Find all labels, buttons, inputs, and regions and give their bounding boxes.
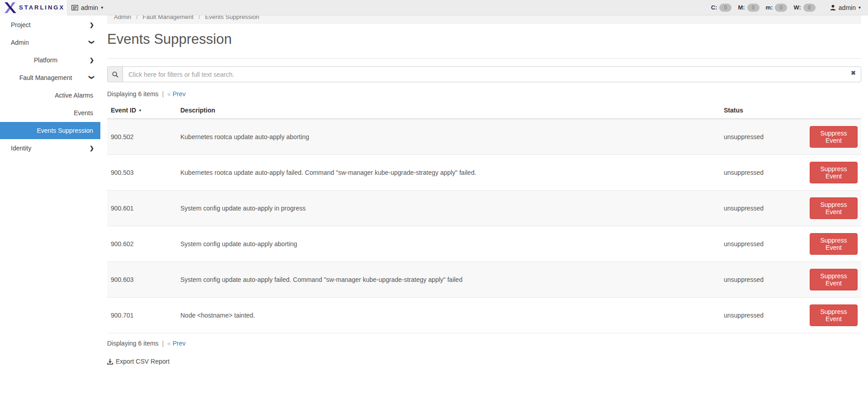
column-label: Event ID	[111, 107, 136, 114]
sidebar-item-label: Identity	[11, 145, 31, 152]
alarm-label: m:	[766, 4, 773, 11]
sidebar-item-events[interactable]: Events	[0, 104, 100, 122]
items-count: Displaying 6 items	[107, 340, 159, 347]
chevron-right-icon: ❯	[90, 57, 94, 63]
sidebar-item-project[interactable]: Project ❯	[0, 16, 100, 33]
sidebar-item-label: Active Alarms	[55, 92, 93, 99]
column-label: Description	[180, 107, 215, 114]
prev-page-link[interactable]: « Prev	[167, 90, 185, 98]
sidebar-item-label: Events Suppression	[37, 127, 93, 134]
domain-switcher[interactable]: admin ▾	[71, 4, 103, 11]
status-cell: unsuppressed	[720, 119, 806, 155]
suppress-event-button[interactable]: Suppress Event	[810, 162, 858, 183]
download-icon	[107, 359, 113, 365]
event-id-cell: 900.601	[107, 191, 177, 226]
column-header-description[interactable]: Description	[177, 102, 720, 119]
column-header-actions	[806, 102, 861, 119]
sidebar-item-events-suppression[interactable]: Events Suppression	[0, 122, 100, 139]
column-header-event-id[interactable]: Event ID▲	[107, 102, 177, 119]
suppress-event-button[interactable]: Suppress Event	[810, 197, 858, 219]
sidebar-item-fault-management[interactable]: Fault Management ❯	[0, 69, 100, 86]
table-header-row: Event ID▲ Description Status	[107, 102, 861, 119]
alarm-count-major: M: 0	[738, 4, 759, 12]
table-row: 900.603 System config update auto-apply …	[107, 262, 861, 298]
pagination-bottom: Displaying 6 items | « Prev	[107, 340, 861, 347]
alarm-count-minor: m: 0	[766, 4, 788, 12]
suppress-event-button[interactable]: Suppress Event	[810, 233, 858, 255]
search-button[interactable]	[107, 66, 123, 82]
description-cell: System config update auto-apply aborting	[177, 226, 720, 262]
sidebar-item-identity[interactable]: Identity ❯	[0, 140, 100, 157]
prev-page-link[interactable]: « Prev	[167, 340, 185, 347]
table-row: 900.701 Node <hostname> tainted. unsuppr…	[107, 298, 861, 333]
chevron-down-icon: ▾	[859, 5, 861, 10]
sort-asc-icon: ▲	[138, 108, 142, 112]
starlingx-logo-icon	[5, 2, 16, 13]
alarm-count-warning: W: 0	[793, 4, 815, 12]
description-cell: Kubernetes rootca update auto-apply fail…	[177, 155, 720, 191]
search-icon	[112, 71, 118, 78]
prev-arrow: «	[167, 90, 171, 98]
sidebar-item-label: Fault Management	[19, 74, 72, 81]
search-input[interactable]	[123, 66, 861, 82]
alarm-badge: 0	[775, 4, 787, 12]
sidebar-item-label: Events	[74, 109, 93, 117]
brand-name: STARLINGX	[19, 4, 65, 11]
description-cell: Node <hostname> tainted.	[177, 298, 720, 333]
status-cell: unsuppressed	[720, 298, 806, 333]
suppress-event-button[interactable]: Suppress Event	[810, 304, 858, 326]
alarm-label: C:	[711, 4, 717, 11]
sidebar-item-label: Platform	[34, 56, 57, 64]
pagination-separator: |	[162, 340, 164, 347]
main-content: Admin / Fault Management / Events Suppre…	[100, 0, 868, 366]
title-divider	[107, 58, 861, 59]
column-header-status[interactable]: Status	[720, 102, 806, 119]
domain-icon	[71, 5, 78, 10]
prev-label: Prev	[173, 90, 186, 98]
alarm-label: W:	[793, 4, 801, 11]
sidebar-item-platform[interactable]: Platform ❯	[0, 51, 100, 69]
status-cell: unsuppressed	[720, 155, 806, 191]
user-menu[interactable]: admin ▾	[830, 4, 861, 11]
alarm-count-critical: C: 0	[711, 4, 732, 12]
suppress-event-button[interactable]: Suppress Event	[810, 269, 858, 290]
sidebar-item-admin[interactable]: Admin ❯	[0, 34, 100, 51]
chevron-right-icon: ❯	[90, 145, 94, 151]
status-cell: unsuppressed	[720, 191, 806, 226]
user-icon	[830, 5, 836, 10]
event-id-cell: 900.503	[107, 155, 177, 191]
alarm-label: M:	[738, 4, 745, 11]
clear-search-icon[interactable]: ✖	[851, 70, 856, 76]
sidebar-item-active-alarms[interactable]: Active Alarms	[0, 87, 100, 104]
top-navbar: STARLINGX admin ▾ C: 0 M: 0 m: 0 W: 0	[0, 0, 868, 15]
description-cell: Kubernetes rootca update auto-apply abor…	[177, 119, 720, 155]
status-cell: unsuppressed	[720, 262, 806, 298]
export-csv-link[interactable]: Export CSV Report	[107, 358, 170, 365]
table-row: 900.502 Kubernetes rootca update auto-ap…	[107, 119, 861, 155]
chevron-right-icon: ❯	[90, 22, 94, 28]
sidebar-item-label: Project	[11, 21, 31, 28]
pagination-top: Displaying 6 items | « Prev	[107, 90, 861, 98]
description-cell: System config update auto-apply failed. …	[177, 262, 720, 298]
sidebar: Project ❯ Admin ❯ Platform ❯ Fault Manag…	[0, 15, 100, 393]
column-label: Status	[724, 107, 743, 114]
pagination-separator: |	[162, 90, 164, 98]
table-row: 900.601 System config update auto-apply …	[107, 191, 861, 226]
alarm-badge: 0	[747, 4, 760, 12]
user-label: admin	[839, 4, 856, 11]
sidebar-item-label: Admin	[11, 39, 29, 46]
domain-label: admin	[81, 4, 98, 11]
prev-arrow: «	[167, 340, 171, 347]
event-id-cell: 900.602	[107, 226, 177, 262]
event-id-cell: 900.502	[107, 119, 177, 155]
event-id-cell: 900.603	[107, 262, 177, 298]
prev-label: Prev	[173, 340, 186, 347]
description-cell: System config update auto-apply in progr…	[177, 191, 720, 226]
suppress-event-button[interactable]: Suppress Event	[810, 126, 858, 148]
page-title: Events Suppression	[107, 31, 861, 47]
export-csv-label: Export CSV Report	[116, 358, 170, 365]
table-row: 900.503 Kubernetes rootca update auto-ap…	[107, 155, 861, 191]
brand-logo[interactable]: STARLINGX	[0, 0, 67, 15]
chevron-down-icon: ❯	[89, 75, 95, 80]
status-cell: unsuppressed	[720, 226, 806, 262]
